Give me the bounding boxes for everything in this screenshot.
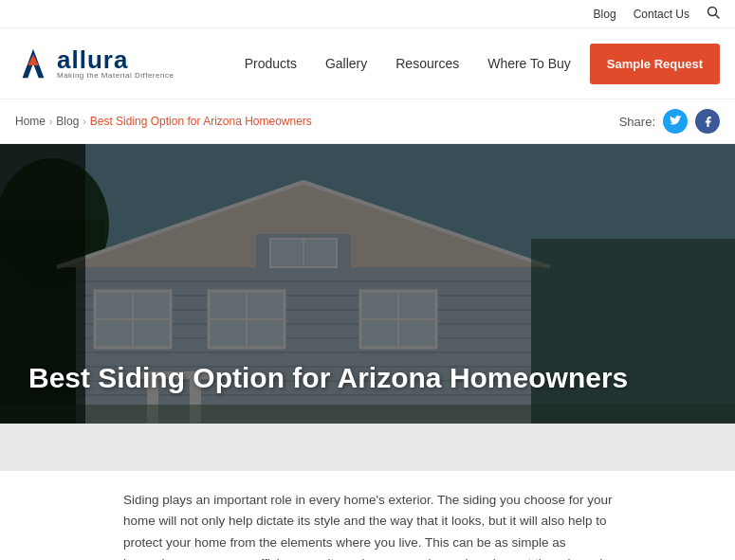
logo-text: allura Making the Material Difference bbox=[57, 47, 174, 80]
breadcrumb-blog[interactable]: Blog bbox=[56, 115, 79, 128]
nav-where-to-buy[interactable]: Where To Buy bbox=[487, 56, 571, 71]
breadcrumb-current: Best Siding Option for Arizona Homeowner… bbox=[90, 115, 312, 128]
nav-resources[interactable]: Resources bbox=[395, 56, 459, 71]
article-section: Siding plays an important role in every … bbox=[0, 424, 735, 560]
top-bar: Blog Contact Us bbox=[0, 0, 735, 28]
logo-tagline: Making the Material Difference bbox=[57, 72, 174, 80]
hero-title: Best Siding Option for Arizona Homeowner… bbox=[28, 361, 628, 395]
facebook-icon bbox=[702, 116, 714, 128]
main-nav: allura Making the Material Difference Pr… bbox=[0, 28, 735, 99]
logo[interactable]: allura Making the Material Difference bbox=[15, 45, 174, 81]
nav-links: Products Gallery Resources Where To Buy bbox=[245, 56, 571, 71]
breadcrumb-home[interactable]: Home bbox=[15, 115, 46, 128]
nav-products[interactable]: Products bbox=[245, 56, 297, 71]
breadcrumb-bar: Home › Blog › Best Siding Option for Ari… bbox=[0, 99, 735, 144]
logo-icon bbox=[15, 45, 51, 81]
share-label: Share: bbox=[619, 115, 655, 129]
facebook-share-button[interactable] bbox=[695, 109, 720, 134]
twitter-share-button[interactable] bbox=[663, 109, 688, 134]
search-icon bbox=[707, 6, 720, 19]
logo-name: allura bbox=[57, 47, 174, 72]
breadcrumb: Home › Blog › Best Siding Option for Ari… bbox=[15, 115, 312, 128]
article-text: Siding plays an important role in every … bbox=[123, 490, 621, 560]
svg-line-1 bbox=[716, 15, 720, 19]
nav-gallery[interactable]: Gallery bbox=[325, 56, 367, 71]
twitter-icon bbox=[670, 116, 682, 128]
article-image bbox=[0, 424, 735, 471]
search-button[interactable] bbox=[707, 6, 720, 22]
breadcrumb-chevron-2: › bbox=[83, 117, 85, 127]
sample-request-button[interactable]: Sample Request bbox=[590, 44, 720, 84]
article-body: Siding plays an important role in every … bbox=[0, 471, 735, 560]
blog-link[interactable]: Blog bbox=[594, 8, 616, 21]
hero-section: Best Siding Option for Arizona Homeowner… bbox=[0, 144, 735, 424]
contact-link[interactable]: Contact Us bbox=[634, 8, 689, 21]
share-area: Share: bbox=[619, 109, 720, 134]
breadcrumb-chevron-1: › bbox=[49, 117, 52, 127]
